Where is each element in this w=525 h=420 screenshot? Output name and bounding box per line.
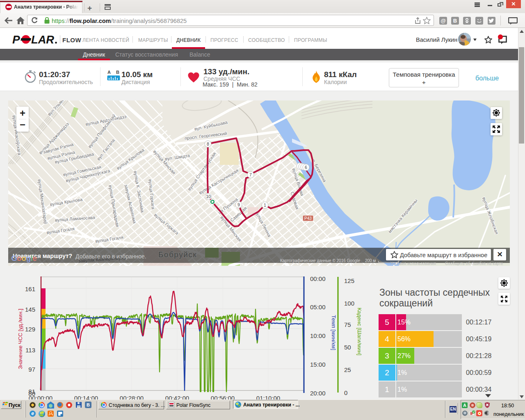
svg-text:1: 1 [264, 203, 266, 208]
svg-text:8: 8 [207, 142, 209, 146]
svg-text:10: 10 [206, 194, 211, 199]
svg-text:LAR: LAR [31, 34, 55, 45]
svg-text:7: 7 [249, 172, 252, 177]
svg-text:6: 6 [305, 165, 307, 170]
svg-text:P: P [12, 34, 20, 45]
svg-text:9: 9 [237, 202, 240, 207]
svg-text:Р43: Р43 [304, 216, 312, 221]
